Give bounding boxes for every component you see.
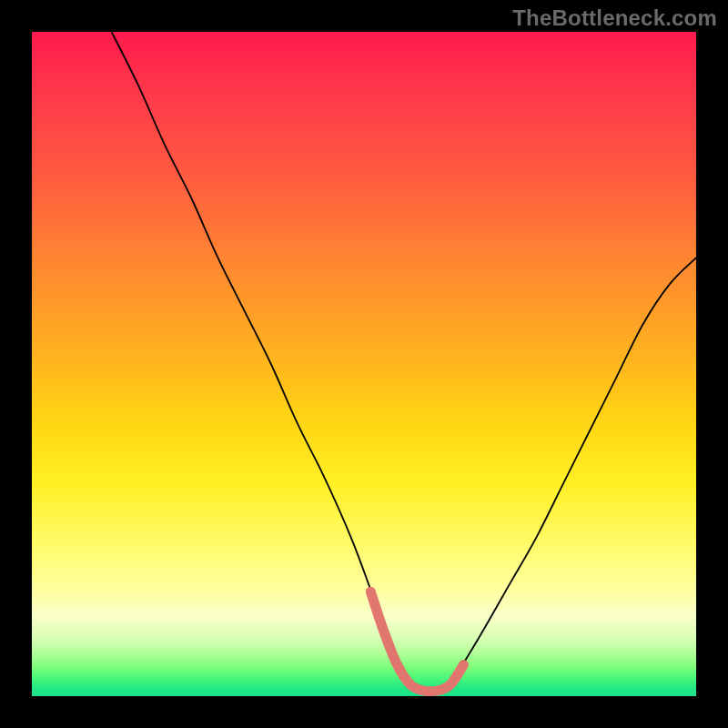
watermark-text: TheBottleneck.com xyxy=(512,5,717,31)
accent-basin-path xyxy=(370,592,463,692)
bottleneck-curve-path xyxy=(112,32,696,692)
plot-area xyxy=(32,32,696,696)
curve-svg xyxy=(32,32,696,696)
chart-frame: TheBottleneck.com xyxy=(0,0,728,728)
